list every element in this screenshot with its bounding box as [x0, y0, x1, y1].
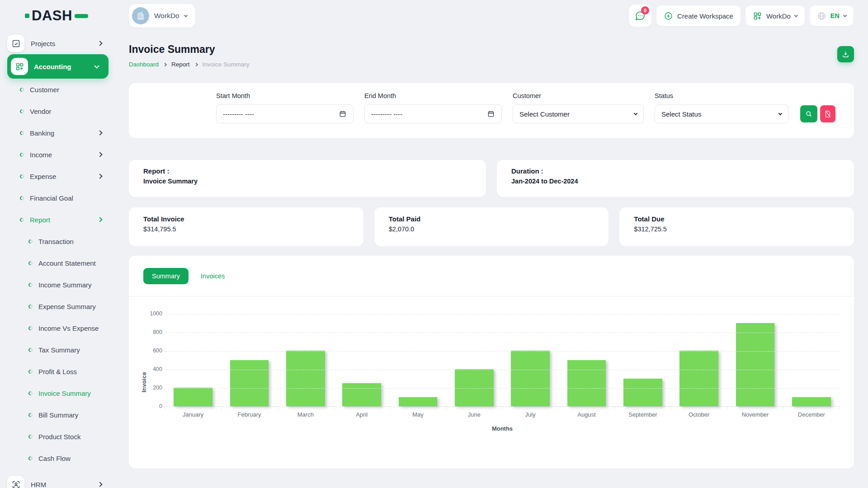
bullet-icon — [28, 369, 33, 375]
chart-bar-november[interactable] — [736, 323, 775, 407]
tabs: SummaryInvoices — [129, 268, 854, 284]
breadcrumb-separator-icon — [163, 62, 167, 66]
x-axis-label-january: January — [165, 411, 221, 418]
sidebar-item-label: Profit & Loss — [38, 368, 77, 375]
start-month-input[interactable]: --------- ---- — [216, 104, 354, 123]
chart-bar-october[interactable] — [679, 351, 718, 406]
chart-bar-slot — [502, 314, 558, 406]
sidebar-item-tax-summary[interactable]: Tax Summary — [7, 339, 129, 361]
y-tick-label: 0 — [159, 403, 162, 409]
sidebar-item-label: Projects — [31, 40, 55, 47]
tab-summary[interactable]: Summary — [143, 268, 189, 284]
sidebar-item-account-statement[interactable]: Account Statement — [7, 252, 129, 274]
topbar: DASH WorkDo 0 — [0, 0, 868, 32]
sidebar-item-label: Invoice Summary — [38, 389, 91, 397]
bullet-icon — [19, 174, 25, 179]
status-select[interactable]: Select Status — [655, 104, 788, 123]
sidebar-item-income[interactable]: Income — [7, 144, 129, 165]
app-screen: DASH WorkDo 0 — [0, 0, 868, 488]
sidebar-item-accounting[interactable]: Accounting — [7, 54, 108, 79]
language-selector[interactable]: EN — [810, 5, 854, 26]
chart-bar-april[interactable] — [342, 383, 381, 406]
sidebar-item-label: Account Statement — [38, 259, 96, 267]
sidebar-item-expense-summary[interactable]: Expense Summary — [7, 296, 129, 317]
chart-bar-june[interactable] — [455, 369, 494, 406]
chevron-down-icon — [94, 63, 99, 68]
bullet-icon — [19, 152, 25, 158]
app-logo[interactable]: DASH — [0, 8, 129, 24]
sidebar-item-hrm[interactable]: HRM — [7, 473, 129, 488]
bullet-icon — [19, 87, 25, 93]
chart-bar-may[interactable] — [399, 397, 438, 407]
sidebar-item-financial-goal[interactable]: Financial Goal — [7, 187, 129, 209]
workdo-menu-button[interactable]: WorkDo — [745, 5, 805, 26]
customer-select[interactable]: Select Customer — [513, 104, 644, 123]
y-tick-label: 800 — [153, 329, 162, 335]
chart-bar-december[interactable] — [792, 397, 831, 407]
chart-bar-september[interactable] — [623, 379, 662, 407]
sidebar-item-cash-flow[interactable]: Cash Flow — [7, 447, 129, 469]
chart-bar-february[interactable] — [230, 360, 269, 407]
clear-file-icon — [824, 110, 832, 118]
x-axis-label-july: July — [502, 411, 558, 418]
tab-invoices[interactable]: Invoices — [201, 268, 225, 284]
sidebar-item-expense[interactable]: Expense — [7, 165, 129, 187]
workspace-switcher[interactable]: WorkDo — [129, 4, 195, 28]
chart-card: SummaryInvoices Invoice 0200400600800100… — [129, 256, 854, 469]
grid-plus-icon — [753, 11, 762, 21]
create-workspace-button[interactable]: Create Workspace — [656, 5, 741, 26]
x-axis-label-march: March — [278, 411, 334, 418]
x-axis-label-february: February — [221, 411, 277, 418]
download-icon — [841, 50, 850, 59]
sidebar-item-label: Income Vs Expense — [38, 324, 99, 332]
sidebar-item-bill-summary[interactable]: Bill Summary — [7, 404, 129, 426]
chevron-right-icon — [97, 217, 102, 222]
sidebar-item-profit-loss[interactable]: Profit & Loss — [7, 361, 129, 382]
y-tick-label: 200 — [153, 385, 162, 391]
chart-bar-slot — [727, 314, 783, 406]
topbar-actions: 0 Create Workspace WorkDo — [629, 5, 868, 27]
filter-actions — [800, 105, 835, 122]
end-month-input[interactable]: --------- ---- — [364, 104, 502, 123]
sidebar-item-income-summary[interactable]: Income Summary — [7, 274, 129, 296]
main-content: Invoice Summary DashboardReportInvoice S… — [129, 32, 868, 488]
messages-button[interactable]: 0 — [629, 5, 651, 27]
start-month-group: Start Month --------- ---- — [216, 92, 354, 123]
x-axis-tick — [278, 406, 334, 409]
chart-bar-slot — [615, 314, 671, 406]
chart-bar-august[interactable] — [567, 360, 606, 407]
stat-card-total-paid: Total Paid$2,070.0 — [374, 207, 609, 246]
sidebar-item-projects[interactable]: Projects — [7, 33, 129, 54]
chart-bar-july[interactable] — [511, 351, 550, 406]
tabs-divider — [129, 296, 854, 296]
search-button[interactable] — [800, 105, 817, 122]
chart-bars — [165, 314, 840, 406]
end-month-label: End Month — [364, 92, 502, 99]
bullet-icon — [28, 260, 33, 266]
workspace-avatar — [132, 7, 149, 24]
report-card: Report : Invoice Summary — [129, 160, 486, 197]
duration-card: Duration : Jan-2024 to Dec-2024 — [497, 160, 854, 197]
chart-bar-slot — [334, 314, 390, 406]
chart-bar-slot — [165, 314, 221, 406]
chart-bar-march[interactable] — [286, 351, 325, 406]
sidebar-item-product-stock[interactable]: Product Stock — [7, 426, 129, 447]
sidebar-item-income-vs-expense[interactable]: Income Vs Expense — [7, 317, 129, 339]
sidebar-item-banking[interactable]: Banking — [7, 122, 129, 144]
breadcrumb-item-dashboard[interactable]: Dashboard — [129, 61, 159, 68]
y-tick-label: 400 — [153, 366, 162, 372]
sidebar-item-vendor[interactable]: Vendor — [7, 100, 129, 122]
sidebar-item-customer[interactable]: Customer — [7, 79, 129, 100]
sidebar-item-invoice-summary[interactable]: Invoice Summary — [7, 382, 129, 404]
chart-bar-slot — [671, 314, 727, 406]
sidebar-item-report[interactable]: Report — [7, 209, 129, 230]
download-button[interactable] — [837, 46, 854, 62]
chart-bar-slot — [278, 314, 334, 406]
workspace-name: WorkDo — [154, 12, 179, 20]
chevron-right-icon — [97, 152, 102, 157]
reset-filter-button[interactable] — [820, 105, 835, 122]
sidebar-item-transaction[interactable]: Transaction — [7, 230, 129, 252]
chart-bar-january[interactable] — [174, 388, 212, 406]
gridline-1000 — [165, 314, 840, 314]
breadcrumb-item-report[interactable]: Report — [171, 61, 190, 68]
